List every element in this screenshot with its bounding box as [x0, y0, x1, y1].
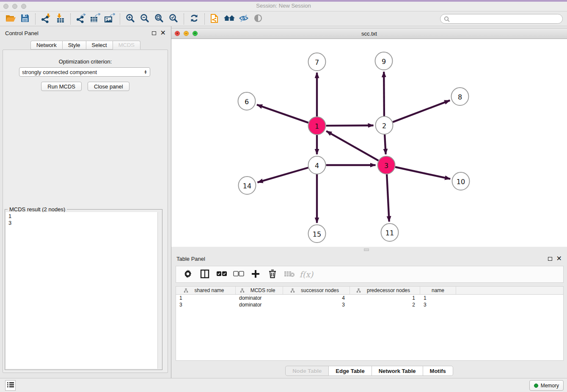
tab-style[interactable]: Style [63, 41, 86, 50]
result-scrollbar[interactable] [157, 212, 161, 369]
graph-node-11[interactable]: 11 [381, 224, 399, 241]
home-gallery-icon [223, 14, 235, 24]
table-row[interactable]: 1dominator411 [176, 295, 563, 301]
network-window-titlebar[interactable]: × − + scc.txt [171, 28, 567, 39]
tab-select[interactable]: Select [86, 41, 113, 50]
graph-node-label: 6 [245, 98, 249, 106]
column-header-shared-name[interactable]: shared name [176, 287, 236, 294]
toolbar-divider [70, 14, 71, 25]
table-settings-button[interactable] [180, 267, 195, 282]
graph-node-label: 1 [315, 122, 319, 130]
graph-node-1[interactable]: 1 [308, 117, 326, 135]
select-all-columns-button[interactable] [214, 267, 229, 282]
zoom-fit-button[interactable] [152, 13, 166, 25]
trash-icon [268, 269, 277, 280]
graph-node-label: 7 [315, 58, 319, 66]
export-network-button[interactable] [74, 13, 88, 25]
optimization-criterion-value: strongly connected component [22, 69, 144, 75]
column-header-label: shared name [194, 287, 224, 293]
graph-node-2[interactable]: 2 [376, 116, 393, 134]
graph-edge-4-14[interactable] [258, 168, 308, 182]
close-table-panel-icon[interactable]: ✕ [556, 256, 562, 261]
column-header-predecessor-nodes[interactable]: predecessor nodes [350, 287, 420, 294]
window-title: Session: New Session [0, 3, 567, 9]
zoom-selected-button[interactable] [166, 13, 181, 25]
tab-edge-table[interactable]: Edge Table [329, 366, 372, 376]
columns-icon [200, 269, 209, 280]
memory-button[interactable]: Memory [529, 380, 564, 391]
graph-edge-2-3[interactable] [385, 135, 386, 155]
graph-node-10[interactable]: 10 [452, 172, 470, 190]
graph-edge-2-9[interactable] [384, 72, 384, 116]
function-icon: f(x) [300, 270, 314, 279]
import-table-button[interactable] [53, 13, 67, 25]
graph-node-3[interactable]: 3 [378, 156, 395, 174]
zoom-in-button[interactable] [123, 13, 138, 25]
cell-successor-nodes: 4 [283, 295, 350, 301]
open-session-button[interactable] [3, 13, 18, 25]
graph-node-6[interactable]: 6 [238, 92, 256, 110]
refresh-layout-button[interactable] [187, 13, 201, 25]
graph-edge-3-1[interactable] [326, 131, 378, 161]
toolbar-divider [35, 14, 36, 25]
delete-columns-button[interactable] [265, 267, 280, 282]
window-titlebar: Session: New Session [0, 0, 567, 11]
graph-edge-1-6[interactable] [257, 105, 308, 123]
cell-successor-nodes: 3 [283, 302, 350, 308]
network-canvas[interactable]: 1234678910111415 [171, 39, 567, 247]
graph-node-4[interactable]: 4 [308, 156, 326, 174]
refresh-icon [189, 13, 199, 25]
tab-mcds[interactable]: MCDS [113, 41, 140, 50]
import-network-button[interactable] [39, 13, 53, 25]
float-panel-icon[interactable] [152, 31, 156, 35]
horizontal-splitter-handle[interactable] [364, 248, 369, 251]
network-file-button[interactable] [208, 13, 222, 25]
export-image-button[interactable] [102, 13, 117, 25]
graph-node-label: 11 [385, 229, 394, 237]
function-builder-button[interactable]: f(x) [299, 267, 314, 282]
table-row[interactable]: 3dominator323 [176, 301, 563, 308]
float-table-panel-icon[interactable] [548, 257, 552, 261]
memory-status-icon [534, 384, 538, 388]
show-panel-button[interactable] [251, 13, 265, 25]
mcds-result-text: 1 3 [6, 212, 161, 227]
graph-node-15[interactable]: 15 [308, 225, 326, 243]
graph-node-7[interactable]: 7 [308, 53, 326, 71]
show-columns-button[interactable] [197, 267, 212, 282]
task-history-button[interactable] [5, 380, 16, 391]
close-panel-button[interactable]: Close panel [88, 82, 129, 91]
cell-predecessor-nodes: 1 [350, 295, 420, 301]
optimization-criterion-select[interactable]: strongly connected component ▲▼ [19, 67, 150, 77]
delete-table-button[interactable] [282, 267, 297, 282]
column-header-name[interactable]: name [420, 287, 456, 294]
graph-node-14[interactable]: 14 [239, 177, 256, 194]
graph-node-8[interactable]: 8 [451, 88, 469, 105]
run-mcds-button[interactable]: Run MCDS [41, 82, 82, 91]
graph-edge-3-11[interactable] [387, 174, 389, 222]
graph-edge-2-8[interactable] [393, 100, 450, 122]
search-input[interactable] [452, 16, 559, 22]
add-column-button[interactable] [248, 267, 263, 282]
deselect-all-columns-button[interactable] [231, 267, 246, 282]
tab-network[interactable]: Network [30, 41, 63, 50]
column-header-successor-nodes[interactable]: successor nodes [283, 287, 350, 294]
graph-node-9[interactable]: 9 [375, 52, 393, 70]
save-session-button[interactable] [18, 13, 32, 25]
memory-label: Memory [541, 383, 559, 389]
export-table-button[interactable] [88, 13, 102, 25]
tab-motifs[interactable]: Motifs [423, 366, 453, 376]
mcds-result-list[interactable]: 1 3 [6, 212, 161, 369]
graph-node-label: 8 [458, 93, 462, 101]
import-table-icon [55, 13, 65, 25]
graph-edge-1-2[interactable] [326, 125, 374, 126]
home-gallery-button[interactable] [222, 13, 237, 25]
zoom-out-button[interactable] [138, 13, 152, 25]
search-field[interactable] [440, 14, 563, 24]
hide-panel-button[interactable] [237, 13, 251, 25]
tab-network-table[interactable]: Network Table [372, 366, 423, 376]
graph-edge-3-10[interactable] [395, 167, 450, 179]
tab-node-table[interactable]: Node Table [285, 366, 329, 376]
column-header-mcds-role[interactable]: MCDS role [236, 287, 283, 294]
graph-node-label: 10 [457, 178, 465, 186]
close-panel-icon[interactable]: ✕ [160, 30, 166, 36]
